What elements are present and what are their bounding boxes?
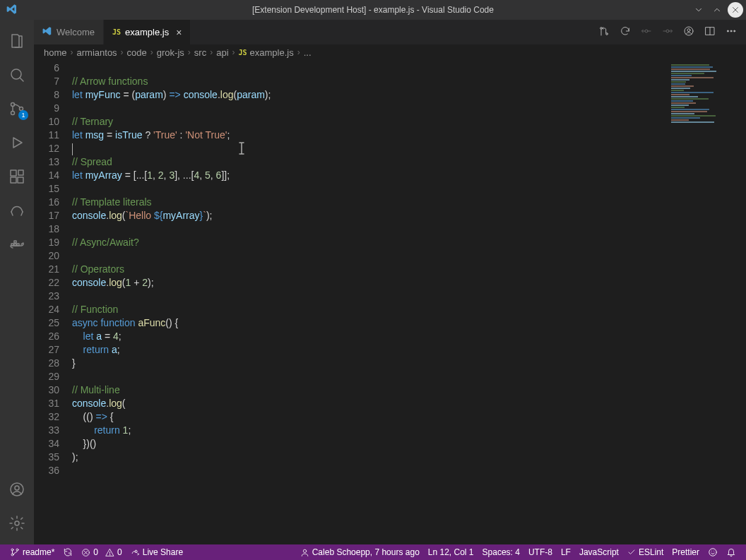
minimap[interactable] (668, 60, 746, 544)
cursor-position-status[interactable]: Ln 12, Col 1 (424, 544, 478, 560)
js-file-icon: JS (239, 49, 247, 56)
breadcrumb-item[interactable]: code (127, 47, 147, 58)
feedback-icon[interactable] (704, 544, 722, 560)
breadcrumb-item[interactable]: api (216, 47, 228, 58)
scm-badge: 1 (18, 110, 28, 120)
git-blame-status[interactable]: Caleb Schoepp, 7 hours ago (296, 544, 424, 560)
editor-area: WelcomeJSexample.js× home›armiantos›code… (34, 20, 746, 544)
language-status[interactable]: JavaScript (575, 544, 623, 560)
vscode-icon (42, 26, 52, 38)
encoding-status[interactable]: UTF-8 (524, 544, 557, 560)
copilot-icon[interactable] (0, 193, 34, 227)
extensions-icon[interactable] (0, 160, 34, 193)
svg-rect-9 (11, 177, 16, 183)
title-bar: [Extension Development Host] - example.j… (0, 0, 746, 20)
window-title: [Extension Development Host] - example.j… (0, 5, 746, 15)
undo-icon[interactable] (617, 25, 633, 40)
tab-welcome[interactable]: Welcome (34, 20, 104, 44)
svg-point-20 (606, 32, 608, 35)
maximize-button[interactable] (709, 2, 725, 18)
prettier-status[interactable]: Prettier (668, 544, 704, 560)
js-file-icon: JS (112, 28, 121, 36)
tab-label: Welcome (57, 27, 95, 37)
bell-icon[interactable] (722, 544, 740, 560)
breadcrumb-item[interactable]: grok-js (157, 47, 184, 58)
svg-marker-7 (13, 138, 22, 148)
svg-point-34 (11, 549, 13, 551)
svg-point-32 (730, 30, 732, 32)
svg-point-28 (687, 28, 690, 31)
close-button[interactable] (728, 2, 743, 18)
explorer-icon[interactable] (0, 24, 34, 58)
tab-label: example.js (125, 27, 169, 37)
vscode-logo-icon (0, 4, 24, 17)
indentation-status[interactable]: Spaces: 4 (478, 544, 524, 560)
breadcrumb[interactable]: home›armiantos›code›grok-js›src›api›JSex… (34, 44, 746, 60)
user-icon[interactable] (681, 25, 697, 40)
more-icon[interactable] (723, 25, 739, 40)
minimize-button[interactable] (691, 2, 706, 18)
svg-point-31 (727, 30, 728, 32)
gear-icon[interactable] (0, 506, 34, 540)
branch-status[interactable]: readme* (6, 544, 59, 560)
breadcrumb-item[interactable]: example.js (250, 47, 294, 58)
editor-tabs: WelcomeJSexample.js× (34, 20, 746, 44)
svg-point-35 (11, 554, 13, 556)
svg-point-18 (15, 521, 19, 525)
activity-bar: 1 (0, 20, 34, 544)
svg-point-36 (16, 549, 18, 551)
breadcrumb-item[interactable]: armiantos (77, 47, 117, 58)
run-debug-icon[interactable] (0, 126, 34, 160)
status-bar: readme* 0 0 Live Share Caleb Schoepp, 7 … (0, 544, 746, 560)
editor-actions (596, 20, 746, 44)
liveshare-status[interactable]: Live Share (126, 544, 187, 560)
svg-point-41 (109, 554, 110, 555)
split-editor-icon[interactable] (702, 25, 718, 40)
breadcrumb-item[interactable]: ... (304, 47, 312, 58)
code-editor[interactable]: // Arrow functionslet myFunc = (param) =… (72, 60, 668, 544)
sync-status[interactable] (59, 544, 77, 560)
close-tab-icon[interactable]: × (176, 27, 182, 38)
docker-icon[interactable] (0, 227, 34, 261)
svg-point-17 (15, 486, 19, 490)
svg-point-33 (734, 30, 735, 32)
svg-point-21 (645, 30, 648, 32)
source-control-icon[interactable]: 1 (0, 92, 34, 126)
svg-line-3 (20, 78, 23, 81)
accounts-icon[interactable] (0, 472, 34, 506)
svg-point-43 (709, 549, 717, 556)
svg-rect-15 (14, 241, 16, 243)
eol-status[interactable]: LF (557, 544, 575, 560)
commit-prev-icon[interactable] (639, 25, 654, 40)
breadcrumb-item[interactable]: src (194, 47, 206, 58)
line-numbers: 6789101112131415161718192021222324252627… (34, 60, 72, 544)
svg-point-42 (303, 549, 306, 552)
svg-rect-11 (18, 170, 23, 175)
svg-point-24 (666, 30, 669, 32)
breadcrumb-item[interactable]: home (44, 47, 67, 58)
svg-rect-8 (11, 170, 16, 176)
problems-status[interactable]: 0 0 (77, 544, 126, 560)
tab-examplejs[interactable]: JSexample.js× (104, 20, 191, 44)
commit-next-icon[interactable] (660, 25, 675, 40)
git-compare-icon[interactable] (596, 25, 612, 40)
eslint-status[interactable]: ESLint (623, 544, 668, 560)
search-icon[interactable] (0, 58, 34, 92)
svg-rect-10 (18, 177, 23, 183)
